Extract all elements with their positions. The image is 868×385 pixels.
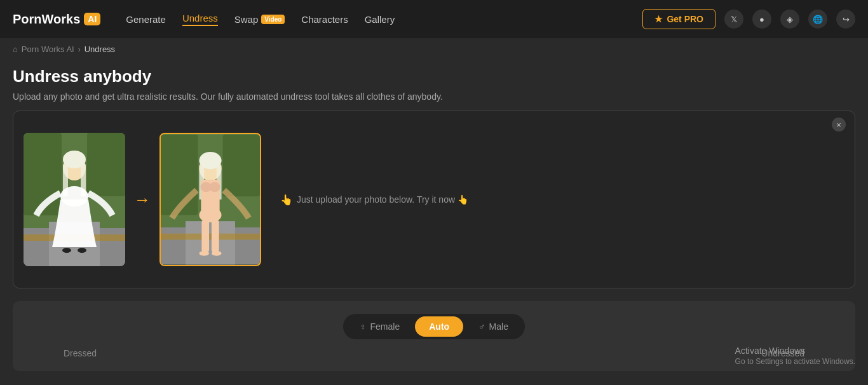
svg-point-30	[212, 251, 222, 256]
main-content: Undress anybody Upload any photo and get…	[0, 60, 868, 295]
nav-generate[interactable]: Generate	[126, 14, 166, 25]
globe-icon[interactable]: 🌐	[808, 10, 827, 29]
demo-image-after[interactable]	[159, 133, 261, 266]
get-pro-button[interactable]: ★ Get PRO	[642, 9, 715, 29]
dressed-label: Dressed	[64, 348, 97, 358]
svg-rect-14	[161, 135, 198, 215]
nav-undress[interactable]: Undress	[182, 13, 218, 26]
bottom-panel: ♀ Female Auto ♂ Male Dressed Undressed	[13, 301, 855, 371]
logo-badge: AI	[84, 13, 100, 25]
reddit-icon[interactable]: ●	[752, 10, 771, 29]
demo-image-before	[24, 133, 125, 266]
svg-rect-27	[201, 220, 209, 252]
svg-point-25	[209, 182, 220, 192]
svg-rect-15	[223, 135, 261, 197]
breadcrumb-separator: ›	[78, 45, 81, 54]
labels-row: Dressed Undressed	[25, 348, 843, 358]
male-button[interactable]: ♂ Male	[465, 316, 522, 337]
svg-point-12	[78, 248, 86, 253]
demo-images-row: →	[24, 133, 261, 266]
nav-swap[interactable]: Swap Video	[234, 14, 285, 25]
gender-toggle: ♀ Female Auto ♂ Male	[343, 314, 525, 339]
auto-button[interactable]: Auto	[415, 316, 463, 337]
main-nav: Generate Undress Swap Video Characters G…	[126, 13, 623, 26]
breadcrumb: ⌂ Porn Works AI › Undress	[0, 38, 868, 60]
svg-point-11	[62, 248, 71, 253]
logo[interactable]: PornWorks AI	[13, 12, 100, 27]
star-icon: ★	[654, 14, 663, 24]
breadcrumb-home-link[interactable]: Porn Works AI	[22, 44, 74, 54]
video-badge: Video	[261, 15, 285, 24]
upload-hint-icon: 👆	[280, 194, 293, 206]
svg-point-29	[199, 251, 209, 256]
breadcrumb-home-icon: ⌂	[13, 44, 18, 54]
svg-rect-17	[186, 221, 235, 264]
header-actions: ★ Get PRO 𝕏 ● ◈ 🌐 ↪	[642, 9, 855, 29]
logo-text: PornWorks	[13, 12, 80, 27]
upload-hint: 👆 Just upload your photo below. Try it n…	[280, 194, 468, 206]
upload-hint-text: Just upload your photo below. Try it now…	[297, 194, 468, 205]
nav-gallery[interactable]: Gallery	[365, 14, 395, 25]
female-button[interactable]: ♀ Female	[346, 316, 414, 337]
svg-point-26	[199, 208, 221, 222]
breadcrumb-current: Undress	[85, 44, 115, 54]
nav-characters[interactable]: Characters	[301, 14, 348, 25]
svg-rect-18	[161, 234, 260, 240]
login-icon[interactable]: ↪	[836, 10, 855, 29]
undressed-label: Undressed	[761, 348, 804, 358]
female-icon: ♀	[360, 321, 367, 332]
male-icon: ♂	[478, 321, 485, 332]
page-subtitle: Upload any photo and get ultra realistic…	[13, 91, 855, 102]
header: PornWorks AI Generate Undress Swap Video…	[0, 0, 868, 38]
close-button[interactable]: ×	[832, 118, 846, 132]
x-social-icon[interactable]: 𝕏	[724, 10, 743, 29]
svg-rect-28	[212, 220, 219, 252]
showcase-box: ×	[13, 111, 855, 288]
discord-icon[interactable]: ◈	[780, 10, 799, 29]
page-title: Undress anybody	[13, 67, 855, 86]
arrow-icon: →	[134, 190, 151, 210]
svg-rect-2	[87, 133, 125, 196]
